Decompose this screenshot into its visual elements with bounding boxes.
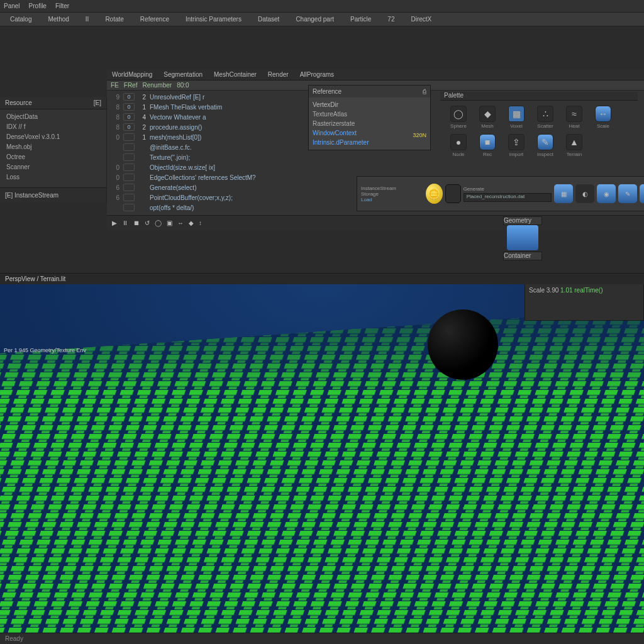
wtab-segmentation[interactable]: Segmentation [164, 71, 203, 78]
tool-palette-title: Palette [440, 92, 638, 101]
tab-dataset[interactable]: Dataset [254, 14, 283, 24]
coin-icon[interactable]: 🪙 [426, 184, 442, 204]
terrain-surface [0, 284, 644, 633]
transport-bar: ▶⏸⏹↺◯▣↔◆↕ [107, 215, 644, 230]
popup-line[interactable]: WindowContext [313, 128, 426, 138]
transport-btn-4[interactable]: ◯ [155, 219, 162, 226]
tab-catalog[interactable]: Catalog [6, 14, 35, 24]
tab-method[interactable]: Method [44, 14, 72, 24]
sidebar-item[interactable]: IDX // f [6, 122, 101, 132]
inspect-icon[interactable]: ✎ [537, 134, 553, 150]
tool-import[interactable]: ⇪Import [504, 134, 528, 157]
sidebar-item[interactable]: DenseVoxel v.3.0.1 [6, 132, 101, 142]
wtab-worldmapping[interactable]: WorldMapping [112, 71, 152, 78]
tab-changed[interactable]: Changed part [292, 14, 338, 24]
tab-intrinsic[interactable]: Intrinsic Parameters [182, 14, 245, 24]
footer-instance[interactable]: [E] InstanceStream [5, 192, 58, 199]
wtab-allprograms[interactable]: AllPrograms [300, 71, 334, 78]
tool-palette: Palette ◯Sphere◆Mesh▦Voxel∴Scatter≈Heat↔… [440, 92, 638, 174]
tool-heat[interactable]: ≈Heat [562, 106, 586, 129]
viewport-3d[interactable]: this.scene.poll() 64|51 | Fmrt (raw.terr… [0, 284, 644, 633]
sphere-icon[interactable]: ◯ [450, 106, 467, 122]
viewport-label[interactable]: PerspView / Terrain.lit [5, 275, 65, 282]
workspace: WorldMapping Segmentation MeshContainer … [107, 69, 644, 230]
tab-rotate[interactable]: Rotate [101, 14, 127, 24]
scatter-icon[interactable]: ∴ [537, 106, 553, 122]
popup-side-value: 320N [413, 131, 426, 140]
popup-line[interactable]: Intrinsic.dParameter [313, 138, 426, 147]
svg-marker-5 [0, 309, 644, 633]
popup-line[interactable]: Rasterizerstate [313, 119, 426, 128]
viewport-stats-panel: this.scene.poll() 64|51 | Fmrt (raw.terr… [525, 284, 644, 321]
import-icon[interactable]: ⇪ [508, 134, 525, 150]
mesh-icon[interactable]: ◆ [479, 106, 496, 122]
popup-title: Reference [313, 87, 341, 96]
reference-popup[interactable]: Reference ⎙ VertexDirTextureAtlasRasteri… [308, 85, 431, 150]
tool-inspect[interactable]: ✎Inspect [533, 134, 557, 157]
status-text: Ready [5, 635, 23, 642]
sidebar-item[interactable]: Loss [6, 172, 101, 182]
tab-reference[interactable]: Reference [136, 14, 173, 24]
tool-sphere[interactable]: ◯Sphere [447, 106, 470, 129]
tab-directx[interactable]: DirectX [407, 14, 435, 24]
transport-btn-6[interactable]: ↔ [177, 219, 184, 226]
top-menu-bar: Panel Profile Filter [0, 0, 644, 13]
strip-icon-3[interactable]: ✎ [618, 184, 637, 203]
sidebar-item[interactable]: Scanner [6, 162, 101, 172]
popup-line[interactable]: TextureAtlas [313, 109, 426, 119]
strip-icon-2[interactable]: ◉ [597, 184, 616, 203]
transport-btn-7[interactable]: ◆ [189, 219, 194, 226]
scale-icon[interactable]: ↔ [595, 106, 611, 122]
sidebar-item[interactable]: Octree [6, 152, 101, 162]
vpstat-l4: Scale 3.90 [529, 287, 558, 294]
strip-icon-4[interactable]: ◯ [640, 184, 644, 203]
transport-btn-3[interactable]: ↺ [145, 219, 150, 226]
transport-btn-1[interactable]: ⏸ [122, 219, 128, 226]
tool-voxel[interactable]: ▦Voxel [504, 106, 528, 129]
folder-widget[interactable]: Geometry Container [503, 215, 550, 257]
viewport-overlay-text: Per 1.945 Geometry/Texture Env [4, 347, 86, 353]
sidebar-item[interactable]: Mesh.obj [6, 142, 101, 152]
sidebar-toggle[interactable]: [E] [94, 99, 101, 106]
sidebar-title: Resource [5, 99, 32, 106]
rec-icon[interactable]: ■ [479, 134, 496, 150]
transport-btn-5[interactable]: ▣ [167, 219, 172, 226]
sidebar-footer: [E] InstanceStream [0, 187, 106, 203]
node-icon[interactable]: ● [450, 134, 467, 150]
tool-mesh[interactable]: ◆Mesh [475, 106, 499, 129]
tool-node[interactable]: ●Node [447, 134, 470, 157]
transport-btn-8[interactable]: ↕ [199, 219, 202, 226]
list-col-fref: FRef [124, 82, 138, 89]
tab-ii[interactable]: II [82, 14, 93, 24]
folder-top-label: Geometry [503, 216, 542, 225]
sidebar-item[interactable]: ObjectData [6, 112, 101, 122]
tool-rec[interactable]: ■Rec [475, 134, 499, 157]
popup-icon[interactable]: ⎙ [423, 87, 426, 96]
strip-left-val[interactable]: Load [361, 197, 423, 203]
menu-filter[interactable]: Filter [55, 3, 69, 9]
tool-terrain[interactable]: ▲Terrain [562, 134, 586, 157]
workspace-tabs: WorldMapping Segmentation MeshContainer … [107, 69, 644, 80]
tab-particle[interactable]: Particle [347, 14, 375, 24]
voxel-icon[interactable]: ▦ [508, 106, 525, 122]
strip-icon-1[interactable]: ◐ [575, 184, 594, 203]
strip-left-label: InstanceStream [361, 186, 423, 191]
strip-path-input[interactable]: Placed_reconstruction.dat [464, 193, 552, 202]
tool-scatter[interactable]: ∴Scatter [533, 106, 557, 129]
thumb-icon[interactable] [445, 184, 461, 203]
instance-strip: InstanceStream Storage Load 🪙 Generate P… [357, 176, 644, 211]
wtab-render[interactable]: Render [268, 71, 289, 78]
sphere-object[interactable] [428, 309, 498, 380]
strip-icon-0[interactable]: ▦ [554, 184, 573, 203]
folder-icon[interactable] [507, 225, 538, 250]
menu-panel[interactable]: Panel [4, 3, 20, 9]
terrain-icon[interactable]: ▲ [566, 134, 582, 150]
transport-btn-0[interactable]: ▶ [112, 219, 117, 226]
popup-line[interactable]: VertexDir [313, 100, 426, 109]
tool-scale[interactable]: ↔Scale [591, 106, 615, 129]
menu-profile[interactable]: Profile [29, 3, 47, 9]
transport-btn-2[interactable]: ⏹ [133, 219, 140, 226]
wtab-meshcontainer[interactable]: MeshContainer [214, 71, 257, 78]
viewport-bar: PerspView / Terrain.lit [0, 273, 644, 284]
heat-icon[interactable]: ≈ [566, 106, 582, 122]
